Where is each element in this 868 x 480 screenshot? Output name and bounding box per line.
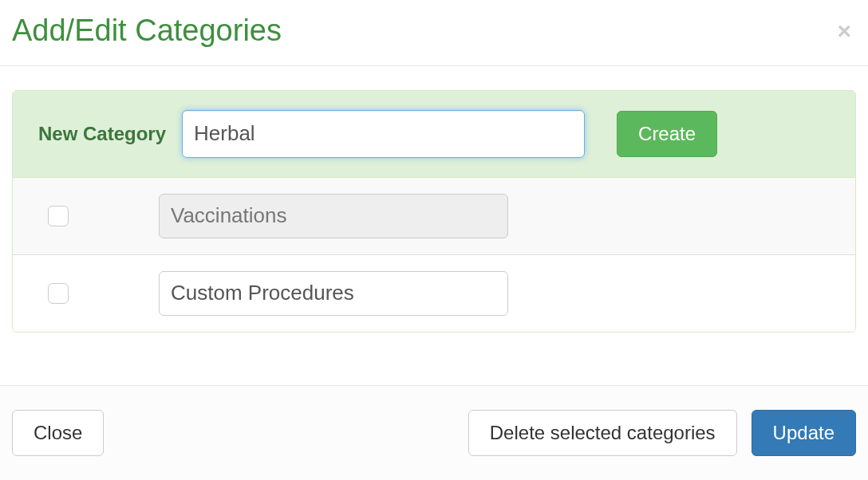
close-icon[interactable]: ×	[832, 19, 856, 43]
category-checkbox[interactable]	[48, 206, 69, 226]
category-checkbox[interactable]	[48, 283, 69, 304]
footer-right: Delete selected categories Update	[468, 410, 856, 456]
modal-body: New Category Create	[0, 66, 868, 385]
close-button[interactable]: Close	[12, 410, 104, 456]
new-category-row: New Category Create	[13, 91, 855, 178]
delete-selected-button[interactable]: Delete selected categories	[468, 410, 737, 456]
modal-title: Add/Edit Categories	[12, 14, 282, 48]
update-button[interactable]: Update	[752, 410, 856, 456]
new-category-label: New Category	[38, 123, 166, 145]
category-name-input[interactable]	[159, 271, 508, 316]
category-name-input	[159, 194, 508, 238]
category-row	[13, 254, 855, 332]
create-button[interactable]: Create	[617, 111, 717, 157]
categories-panel: New Category Create	[12, 90, 856, 332]
category-row	[13, 178, 855, 254]
category-list	[13, 178, 855, 332]
modal-header: Add/Edit Categories ×	[0, 0, 868, 66]
modal-footer: Close Delete selected categories Update	[0, 385, 868, 480]
new-category-input[interactable]	[182, 110, 585, 158]
modal: Add/Edit Categories × New Category Creat…	[0, 0, 868, 480]
